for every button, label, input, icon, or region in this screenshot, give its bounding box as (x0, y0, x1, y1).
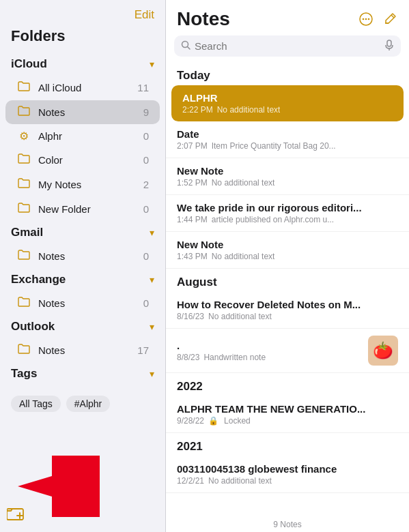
note-title: How to Recover Deleted Notes on M... (177, 299, 398, 310)
note-time: 1:52 PM (177, 178, 208, 188)
note-item-alphr-team[interactable]: ALPHR TEAM THE NEW GENERATIO... 9/28/22 … (166, 396, 409, 433)
gmail-folders: Notes 0 (0, 243, 165, 269)
note-time: 2:22 PM (182, 105, 213, 115)
note-title: 003110045138 globewest finance (177, 463, 398, 475)
note-item-alphr[interactable]: ALPHR 2:22 PM No additional text (171, 85, 404, 121)
note-preview: No additional text (212, 178, 275, 188)
folder-name: Notes (38, 297, 143, 309)
folder-name: My Notes (38, 179, 143, 190)
section-header-august: August (166, 269, 409, 292)
folder-count: 11 (137, 82, 149, 93)
new-folder-icon[interactable] (7, 506, 25, 525)
folder-name: New Folder (38, 203, 143, 215)
note-item-handwritten[interactable]: . 8/8/23 Handwritten note 🍅 (166, 329, 409, 373)
note-item-alphr-article[interactable]: We take pride in our rigorous editori...… (166, 195, 409, 232)
folder-icon (16, 80, 31, 95)
note-time: 8/16/23 (177, 312, 204, 321)
folder-icon (16, 153, 31, 167)
tag-alphr-tag[interactable]: #Alphr (66, 396, 110, 412)
gmail-label: Gmail (11, 226, 43, 239)
sidebar: Edit Folders iCloud ▾ All iCloud 11 Note… (0, 0, 166, 532)
sidebar-item-notes[interactable]: Notes 9 (5, 100, 160, 124)
outlook-label: Outlook (11, 320, 55, 334)
main-panel: Notes (166, 0, 409, 532)
exchange-chevron-icon: ▾ (150, 274, 154, 285)
exchange-label: Exchange (11, 273, 66, 286)
note-time: 12/2/21 (177, 476, 204, 486)
sidebar-item-my-notes[interactable]: My Notes 2 (5, 173, 160, 196)
note-preview: No additional text (208, 312, 272, 321)
sidebar-item-all-icloud[interactable]: All iCloud 11 (5, 76, 160, 100)
note-meta-row: 1:43 PM No additional text (177, 252, 398, 261)
section-header-2022: 2022 (166, 373, 409, 396)
mic-icon (384, 40, 394, 53)
outlook-section-header[interactable]: Outlook ▾ (0, 316, 165, 338)
search-bar[interactable] (174, 35, 401, 57)
note-preview: Locked (224, 416, 251, 426)
more-options-button[interactable] (358, 12, 373, 27)
folder-name: All iCloud (38, 82, 137, 93)
tags-row: All Tags#Alphr (11, 396, 154, 412)
icloud-section-header[interactable]: iCloud ▾ (0, 53, 165, 75)
folder-icon (16, 343, 31, 357)
lock-icon: 🔒 (208, 416, 218, 426)
gmail-chevron-icon: ▾ (150, 227, 154, 238)
note-title: ALPHR (182, 92, 393, 104)
note-item-globewest[interactable]: 003110045138 globewest finance 12/2/21 N… (166, 456, 409, 493)
folder-count: 0 (143, 130, 149, 142)
tag-all-tags[interactable]: All Tags (11, 396, 61, 412)
folder-count: 9 (143, 106, 149, 118)
notes-list: Today ALPHR 2:22 PM No additional text D… (166, 62, 409, 514)
page-title: Notes (177, 8, 230, 30)
icloud-folders: All iCloud 11 Notes 9 ⚙ Alphr 0 Color 0 (0, 75, 165, 222)
note-item-recover-deleted[interactable]: How to Recover Deleted Notes on M... 8/1… (166, 292, 409, 329)
note-title: New Note (177, 239, 398, 250)
note-item-new-note-1[interactable]: New Note 1:52 PM No additional text (166, 158, 409, 195)
sidebar-item-alphr[interactable]: ⚙ Alphr 0 (5, 125, 160, 147)
folder-name: Color (38, 154, 143, 166)
outlook-folders: Notes 17 (0, 338, 165, 363)
note-preview: No additional text (217, 105, 281, 115)
note-title: New Note (177, 165, 398, 177)
folder-count: 0 (143, 203, 149, 215)
note-meta-row: 8/16/23 No additional text (177, 312, 398, 321)
sidebar-bottom (0, 450, 165, 532)
tags-label: Tags (11, 367, 37, 381)
folder-count: 0 (143, 250, 149, 262)
red-arrow (11, 449, 107, 524)
svg-rect-12 (387, 40, 391, 46)
folder-icon (16, 177, 31, 192)
sidebar-item-new-folder[interactable]: New Folder 0 (5, 197, 160, 221)
note-preview: Handwritten note (203, 353, 266, 362)
svg-line-8 (391, 15, 394, 18)
note-time: 1:43 PM (177, 252, 208, 261)
note-preview: Item Price Quantity Total Bag 20... (212, 141, 336, 151)
search-input[interactable] (195, 40, 380, 52)
note-preview: No additional text (208, 476, 272, 486)
gmail-section-header[interactable]: Gmail ▾ (0, 222, 165, 243)
note-item-new-note-2[interactable]: New Note 1:43 PM No additional text (166, 232, 409, 269)
note-meta-row: 2:07 PM Item Price Quantity Total Bag 20… (177, 141, 398, 151)
note-time: 1:44 PM (177, 215, 208, 224)
note-thumbnail: 🍅 (368, 336, 398, 366)
note-time: 9/28/22 (177, 416, 204, 426)
folder-name: Alphr (38, 130, 143, 142)
sidebar-item-outlook-notes[interactable]: Notes 17 (5, 338, 160, 362)
exchange-section-header[interactable]: Exchange ▾ (0, 269, 165, 291)
sidebar-item-exchange-notes[interactable]: Notes 0 (5, 291, 160, 315)
sidebar-header: Edit (0, 0, 165, 25)
header-icons (358, 12, 398, 27)
compose-button[interactable] (383, 12, 398, 27)
note-time: 8/8/23 (177, 353, 199, 362)
note-item-date[interactable]: Date 2:07 PM Item Price Quantity Total B… (166, 121, 409, 158)
note-preview: No additional text (212, 252, 275, 261)
edit-button[interactable]: Edit (135, 8, 154, 22)
section-header-2021: 2021 (166, 433, 409, 456)
main-header: Notes (166, 0, 409, 35)
sidebar-item-color[interactable]: Color 0 (5, 148, 160, 172)
tags-section-header[interactable]: Tags ▾ (0, 363, 165, 385)
svg-marker-0 (18, 456, 100, 517)
note-content: . 8/8/23 Handwritten note (177, 340, 368, 362)
folder-icon (16, 202, 31, 216)
sidebar-item-gmail-notes[interactable]: Notes 0 (5, 244, 160, 268)
